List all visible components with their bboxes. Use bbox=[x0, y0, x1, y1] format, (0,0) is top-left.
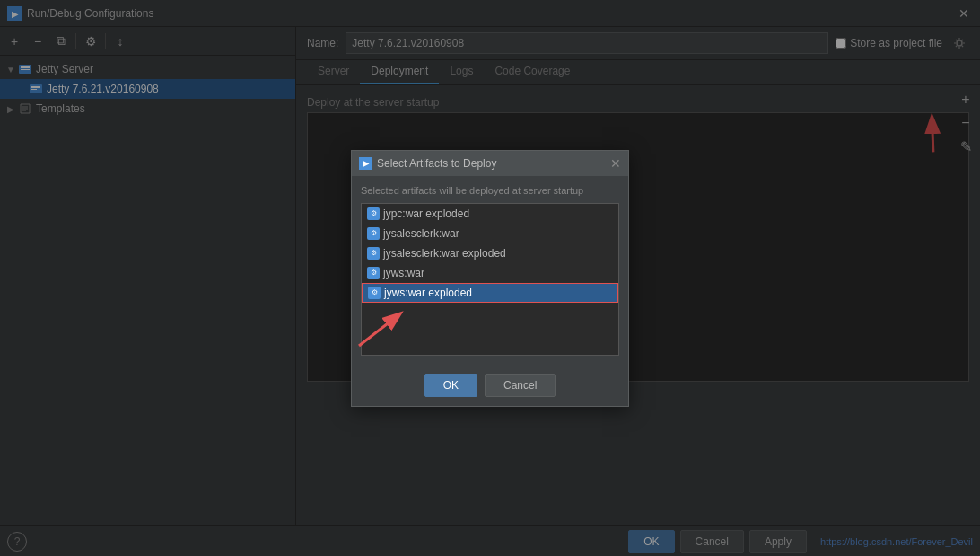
artifact-icon-2: ⚙ bbox=[367, 247, 380, 260]
artifact-item-0[interactable]: ⚙ jypc:war exploded bbox=[362, 204, 618, 224]
modal-body: Selected artifacts will be deployed at s… bbox=[352, 176, 628, 365]
modal-overlay: ▶ Select Artifacts to Deploy ✕ Selected … bbox=[0, 0, 980, 556]
modal-title-bar: ▶ Select Artifacts to Deploy ✕ bbox=[352, 151, 628, 176]
modal-description: Selected artifacts will be deployed at s… bbox=[361, 185, 619, 196]
artifact-list: ⚙ jypc:war exploded ⚙ jysalesclerk:war ⚙… bbox=[361, 203, 619, 356]
artifact-icon-3: ⚙ bbox=[367, 267, 380, 279]
modal-actions: OK Cancel bbox=[352, 365, 628, 406]
modal-cancel-button[interactable]: Cancel bbox=[485, 374, 556, 397]
modal-close-button[interactable]: ✕ bbox=[610, 156, 621, 171]
modal-title: Select Artifacts to Deploy bbox=[377, 157, 496, 170]
artifact-icon-4: ⚙ bbox=[368, 287, 381, 299]
select-artifacts-dialog: ▶ Select Artifacts to Deploy ✕ Selected … bbox=[351, 150, 629, 407]
artifact-item-4[interactable]: ⚙ jyws:war exploded bbox=[362, 283, 618, 303]
artifact-item-2[interactable]: ⚙ jysalesclerk:war exploded bbox=[362, 243, 618, 263]
artifact-item-3[interactable]: ⚙ jyws:war bbox=[362, 263, 618, 283]
modal-ok-button[interactable]: OK bbox=[424, 374, 477, 397]
artifact-item-1[interactable]: ⚙ jysalesclerk:war bbox=[362, 224, 618, 243]
artifact-icon-0: ⚙ bbox=[367, 207, 380, 220]
artifact-icon-1: ⚙ bbox=[367, 227, 380, 240]
modal-icon: ▶ bbox=[359, 157, 372, 170]
